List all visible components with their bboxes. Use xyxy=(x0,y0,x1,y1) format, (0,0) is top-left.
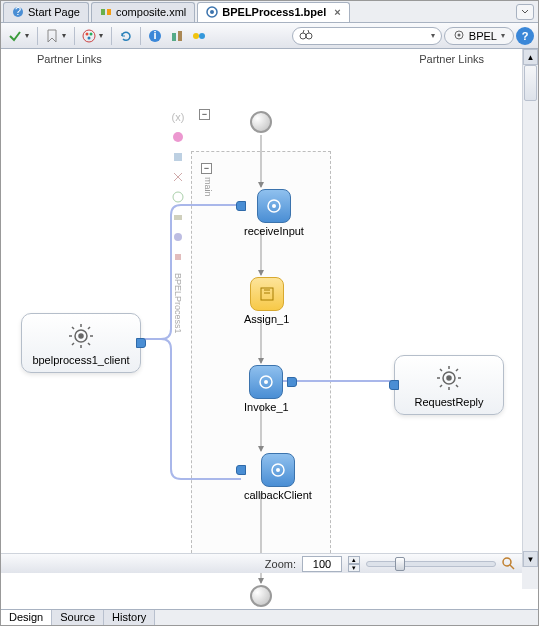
tab-label: Start Page xyxy=(28,6,80,18)
vtool-8[interactable] xyxy=(170,249,186,265)
palette-button[interactable]: ▾ xyxy=(79,26,107,46)
refresh-button[interactable] xyxy=(116,26,136,46)
editor-toolbar: ▾ ▾ ▾ i ▾ BPEL ▾ ? xyxy=(1,23,538,49)
bpel-gear-icon xyxy=(206,6,218,18)
partner-request-reply[interactable]: RequestReply xyxy=(394,355,504,415)
view-tab-design[interactable]: Design xyxy=(1,610,52,625)
validate-button[interactable]: ▾ xyxy=(5,26,33,46)
tab-label: composite.xml xyxy=(116,6,186,18)
svg-point-38 xyxy=(276,468,280,472)
sca-icon xyxy=(100,6,112,18)
magnifier-icon[interactable] xyxy=(502,557,516,571)
scroll-down-button[interactable]: ▼ xyxy=(523,551,538,567)
editor-tab-bar: ? Start Page composite.xml BPELProcess1.… xyxy=(1,1,538,23)
gear-icon xyxy=(67,322,95,350)
node-callback-client[interactable]: callbackClient xyxy=(244,453,312,501)
zoom-label: Zoom: xyxy=(265,558,296,570)
vtool-6[interactable] xyxy=(170,209,186,225)
node-assign-1[interactable]: Assign_1 xyxy=(244,277,289,325)
scroll-corner xyxy=(522,567,538,589)
partner-links-button[interactable] xyxy=(189,26,209,46)
svg-point-6 xyxy=(83,30,95,42)
scroll-thumb[interactable] xyxy=(524,65,537,101)
port-out[interactable] xyxy=(287,377,297,387)
search-input[interactable] xyxy=(317,29,427,43)
vtool-1[interactable]: (x) xyxy=(170,109,186,125)
search-box[interactable]: ▾ xyxy=(292,27,442,45)
svg-point-19 xyxy=(457,33,460,36)
chevron-down-icon xyxy=(521,8,529,16)
chevron-down-icon[interactable]: ▾ xyxy=(431,31,435,40)
svg-point-8 xyxy=(90,32,93,35)
gear-icon xyxy=(435,364,463,392)
main-scope-label: main xyxy=(203,177,213,197)
port-in[interactable] xyxy=(389,380,399,390)
svg-point-33 xyxy=(272,204,276,208)
vtool-3[interactable] xyxy=(170,149,186,165)
bpel-mode-chip[interactable]: BPEL ▾ xyxy=(444,27,514,45)
svg-point-40 xyxy=(79,334,83,338)
zoom-slider-knob[interactable] xyxy=(395,557,405,571)
tab-label: BPELProcess1.bpel xyxy=(222,6,326,18)
vtool-7[interactable] xyxy=(170,229,186,245)
svg-point-36 xyxy=(264,380,268,384)
vtool-5[interactable] xyxy=(170,189,186,205)
collapse-process-toggle[interactable]: − xyxy=(199,109,210,120)
svg-point-25 xyxy=(174,233,182,241)
zoom-input[interactable] xyxy=(302,556,342,572)
separator xyxy=(74,27,75,45)
scroll-up-button[interactable]: ▲ xyxy=(523,49,538,65)
view-tab-history[interactable]: History xyxy=(104,610,155,625)
tab-list-dropdown[interactable] xyxy=(516,4,534,20)
bookmark-button[interactable]: ▾ xyxy=(42,26,70,46)
svg-rect-3 xyxy=(107,9,111,15)
separator xyxy=(111,27,112,45)
svg-rect-2 xyxy=(101,9,105,15)
partner-bpelprocess1-client[interactable]: bpelprocess1_client xyxy=(21,313,141,373)
node-receive-input[interactable]: receiveInput xyxy=(244,189,304,237)
node-label: receiveInput xyxy=(244,225,304,237)
port-out[interactable] xyxy=(136,338,146,348)
svg-line-44 xyxy=(510,565,514,569)
svg-text:(x): (x) xyxy=(172,111,185,123)
svg-rect-13 xyxy=(178,31,182,41)
tab-composite[interactable]: composite.xml xyxy=(91,2,195,22)
close-tab-icon[interactable]: × xyxy=(334,6,340,18)
svg-point-16 xyxy=(300,33,306,39)
node-label: Invoke_1 xyxy=(244,401,289,413)
svg-point-17 xyxy=(306,33,312,39)
zoom-slider[interactable] xyxy=(366,561,496,567)
design-canvas[interactable]: Partner Links Partner Links (x) BPELProc… xyxy=(1,49,538,589)
vertical-scrollbar[interactable]: ▲ ▼ xyxy=(522,49,538,567)
svg-rect-26 xyxy=(175,254,181,260)
spinner-down[interactable]: ▾ xyxy=(348,564,360,572)
svg-text:?: ? xyxy=(15,6,21,17)
vtool-4[interactable] xyxy=(170,169,186,185)
tab-bpelprocess1[interactable]: BPELProcess1.bpel × xyxy=(197,2,349,22)
variables-button[interactable] xyxy=(167,26,187,46)
svg-point-43 xyxy=(503,558,511,566)
end-endpoint xyxy=(250,585,272,607)
node-label: callbackClient xyxy=(244,489,312,501)
svg-point-14 xyxy=(193,33,199,39)
help-button[interactable]: ? xyxy=(516,27,534,45)
partner-label: bpelprocess1_client xyxy=(32,354,129,366)
zoom-spinner[interactable]: ▴▾ xyxy=(348,556,360,572)
port-in[interactable] xyxy=(236,465,246,475)
collapse-main-toggle[interactable]: − xyxy=(201,163,212,174)
svg-point-9 xyxy=(88,36,91,39)
info-button[interactable]: i xyxy=(145,26,165,46)
svg-point-23 xyxy=(173,192,183,202)
svg-point-5 xyxy=(210,10,214,14)
tab-start-page[interactable]: ? Start Page xyxy=(3,2,89,22)
spinner-up[interactable]: ▴ xyxy=(348,556,360,564)
start-endpoint xyxy=(250,111,272,133)
node-invoke-1[interactable]: Invoke_1 xyxy=(244,365,289,413)
port-in[interactable] xyxy=(236,201,246,211)
question-icon: ? xyxy=(12,6,24,18)
partner-label: RequestReply xyxy=(414,396,483,408)
vtool-2[interactable] xyxy=(170,129,186,145)
svg-rect-22 xyxy=(174,153,182,161)
svg-text:i: i xyxy=(153,29,156,41)
view-tab-source[interactable]: Source xyxy=(52,610,104,625)
